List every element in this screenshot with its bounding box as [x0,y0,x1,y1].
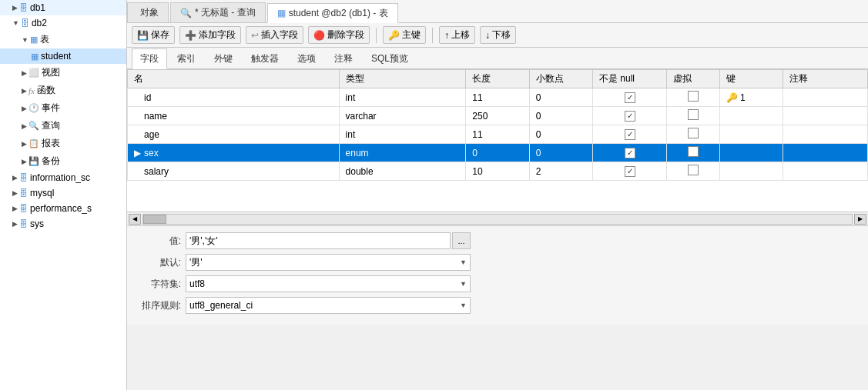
sidebar-label-functions: 函数 [37,84,55,97]
sidebar-item-tables-group[interactable]: ▼ ▦ 表 [0,31,126,48]
main-panel: 对象 🔍 * 无标题 - 查询 ▦ student @db2 (db1) - 表… [127,0,868,390]
add-field-label: 添加字段 [199,28,236,42]
delete-field-button[interactable]: 🔴 删除字段 [308,26,370,44]
table-row[interactable]: ▶idint110🔑 1 [128,88,868,107]
expand-arrow-performance: ▶ [12,205,18,212]
field-decimal-cell: 0 [529,125,592,144]
field-length-cell: 0 [466,144,529,162]
sidebar-label-tables: 表 [40,33,49,46]
sub-tab-triggers[interactable]: 触发器 [243,48,287,68]
scroll-left-button[interactable]: ◀ [129,214,141,225]
move-down-button[interactable]: ↓ 下移 [480,26,516,44]
field-type-cell: int [339,125,466,144]
delete-field-icon: 🔴 [313,30,325,41]
tab-bar: 对象 🔍 * 无标题 - 查询 ▦ student @db2 (db1) - 表 [127,0,868,23]
virtual-checkbox[interactable] [688,146,699,157]
sub-tab-indexes-label: 索引 [177,53,196,64]
sidebar-label-backup: 备份 [42,155,60,168]
virtual-checkbox[interactable] [688,165,699,175]
key-icon: 🔑 [726,92,738,103]
not-null-checkbox[interactable] [625,148,635,158]
expand-arrow-queries: ▶ [22,122,27,130]
sub-tab-options-label: 选项 [297,53,316,64]
col-header-type: 类型 [339,70,466,88]
sidebar-item-backup[interactable]: ▶ 💾 备份 [0,152,126,170]
sub-tab-options[interactable]: 选项 [289,48,324,68]
field-virtual-cell [667,107,720,125]
table-row[interactable]: ▶ageint110 [128,125,868,144]
field-name-cell: ▶sex [128,144,340,162]
sub-tab-foreign-keys[interactable]: 外键 [206,48,241,68]
db-icon: 🗄 [19,3,28,12]
add-field-button[interactable]: ➕ 添加字段 [179,26,241,44]
sidebar-item-views[interactable]: ▶ ⬜ 视图 [0,64,126,82]
query-icon: 🔍 [28,121,39,131]
sidebar-item-performance[interactable]: ▶ 🗄 performance_s [0,201,126,216]
not-null-checkbox[interactable] [625,129,635,140]
sub-tab-sql-preview[interactable]: SQL预览 [363,48,417,68]
insert-field-button[interactable]: ↩ 插入字段 [246,26,303,44]
value-label: 值: [135,235,181,248]
sidebar-item-events[interactable]: ▶ 🕐 事件 [0,99,126,117]
sidebar-item-reports[interactable]: ▶ 📋 报表 [0,135,126,152]
default-row: 默认: '男' ▼ [135,254,860,271]
not-null-checkbox[interactable] [625,111,635,122]
move-up-icon: ↑ [444,30,449,41]
sidebar-item-queries[interactable]: ▶ 🔍 查询 [0,117,126,135]
field-name-cell: ▶age [128,125,340,144]
scrollbar-track[interactable] [142,214,853,225]
sidebar-label-queries: 查询 [42,119,60,132]
sidebar-item-db1[interactable]: ▶ 🗄 db1 [0,0,126,15]
move-up-button[interactable]: ↑ 上移 [439,26,475,44]
table-row[interactable]: ▶sexenum00 [128,144,868,162]
value-input[interactable] [186,232,451,249]
sub-tab-fields[interactable]: 字段 [132,48,167,69]
sidebar-item-mysql[interactable]: ▶ 🗄 mysql [0,185,126,201]
sub-tab-comments[interactable]: 注释 [326,48,361,68]
not-null-checkbox[interactable] [625,166,635,177]
col-header-virtual: 虚拟 [667,70,720,88]
value-browse-button[interactable]: ... [452,232,471,249]
sidebar: ▶ 🗄 db1 ▼ 🗄 db2 ▼ ▦ 表 ▦ student ▶ ⬜ 视图 ▶… [0,0,127,390]
expand-arrow-reports: ▶ [22,140,27,148]
sidebar-item-db2[interactable]: ▼ 🗄 db2 [0,15,126,31]
sidebar-item-information[interactable]: ▶ 🗄 information_sc [0,170,126,185]
virtual-checkbox[interactable] [688,91,699,102]
tab-query[interactable]: 🔍 * 无标题 - 查询 [170,2,266,22]
field-virtual-cell [667,88,720,107]
table-row[interactable]: ▶salarydouble102 [128,162,868,181]
sidebar-item-sys[interactable]: ▶ 🗄 sys [0,216,126,232]
field-decimal-cell: 2 [529,162,592,181]
sidebar-item-functions[interactable]: ▶ fx 函数 [0,82,126,99]
primary-key-button[interactable]: 🔑 主键 [383,26,426,44]
scrollbar-thumb[interactable] [143,215,166,224]
default-dropdown-arrow: ▼ [460,258,467,266]
field-decimal-cell: 0 [529,88,592,107]
field-notnull-cell [593,107,667,125]
charset-select[interactable]: utf8 ▼ [186,275,471,292]
report-icon: 📋 [28,138,39,148]
expand-arrow-db2: ▼ [12,19,19,27]
sidebar-label-db2: db2 [32,18,47,28]
virtual-checkbox[interactable] [688,109,699,120]
sidebar-label-sys: sys [30,218,44,229]
sidebar-label-mysql: mysql [30,188,54,198]
collation-select[interactable]: utf8_general_ci ▼ [186,297,471,314]
default-select[interactable]: '男' ▼ [186,254,471,271]
tab-student-table[interactable]: ▦ student @db2 (db1) - 表 [267,3,398,23]
not-null-checkbox[interactable] [625,92,635,103]
table-row[interactable]: ▶namevarchar2500 [128,107,868,125]
save-button[interactable]: 💾 保存 [132,26,175,44]
move-up-label: 上移 [451,28,470,42]
sub-tab-bar: 字段 索引 外键 触发器 选项 注释 SQL预览 [127,48,868,69]
scroll-right-button[interactable]: ▶ [854,214,866,225]
tab-student-label: student @db2 (db1) - 表 [289,7,388,20]
virtual-checkbox[interactable] [688,128,699,138]
tab-object[interactable]: 对象 [127,2,169,22]
col-header-comment: 注释 [783,70,868,88]
col-header-name: 名 [128,70,340,88]
sidebar-item-student[interactable]: ▦ student [0,48,126,64]
toolbar-separator [376,28,377,43]
sub-tab-indexes[interactable]: 索引 [169,48,204,68]
charset-value: utf8 [189,278,205,289]
